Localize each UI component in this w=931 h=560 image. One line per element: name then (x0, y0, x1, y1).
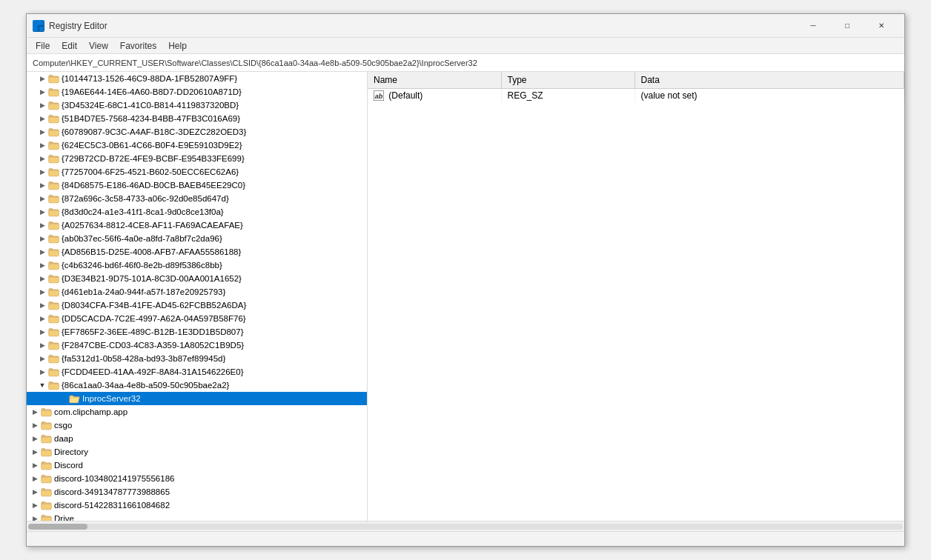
expand-arrow: ▶ (30, 512, 40, 521)
expand-arrow: ▶ (37, 85, 47, 99)
menu-favorites[interactable]: Favorites (114, 39, 162, 53)
menu-view[interactable]: View (83, 39, 114, 53)
tree-item[interactable]: ▶ {77257004-6F25-4521-B602-50ECC6EC62A6} (27, 165, 367, 179)
tree-label: {84D68575-E186-46AD-B0CB-BAEB45EE29C0} (62, 181, 245, 190)
expand-arrow: ▶ (37, 165, 47, 179)
tree-label: {872a696c-3c58-4733-a06c-92d0e85d647d} (62, 194, 229, 203)
tree-label: csgo (54, 421, 72, 430)
close-button[interactable]: ✕ (864, 14, 898, 38)
tree-item[interactable]: ▶ {872a696c-3c58-4733-a06c-92d0e85d647d} (27, 192, 367, 205)
tree-item-expanded-parent[interactable]: ▼ {86ca1aa0-34aa-4e8b-a509-50c905bae2a2} (27, 379, 367, 392)
folder-icon (40, 513, 52, 521)
scrollbar-thumb[interactable] (28, 524, 87, 530)
tree-item[interactable]: ▶ {624EC5C3-0B61-4C66-B0F4-E9E59103D9E2} (27, 139, 367, 152)
column-name[interactable]: Name (368, 72, 501, 88)
expand-arrow: ▶ (37, 192, 47, 205)
tree-item[interactable]: ▶ {51B4D7E5-7568-4234-B4BB-47FB3C016A69} (27, 112, 367, 125)
folder-icon (40, 406, 52, 418)
tree-label: {10144713-1526-46C9-88DA-1FB52807A9FF} (62, 74, 237, 83)
folder-icon (40, 486, 52, 498)
tree-label: Discord (54, 461, 83, 470)
folder-icon (40, 419, 52, 431)
expand-arrow: ▶ (37, 179, 47, 192)
tree-item[interactable]: ▶ {FCDD4EED-41AA-492F-8A84-31A1546226E0} (27, 365, 367, 379)
folder-icon (47, 153, 59, 164)
tree-item[interactable]: ▶ {DD5CACDA-7C2E-4997-A62A-04A597B58F76} (27, 312, 367, 325)
tree-pane[interactable]: ▶ {10144713-1526-46C9-88DA-1FB52807A9FF}… (27, 72, 368, 521)
svg-rect-2 (33, 27, 38, 31)
tree-item[interactable]: ▶ {84D68575-E186-46AD-B0CB-BAEB45EE29C0} (27, 179, 367, 192)
tree-item[interactable]: ▶ {19A6E644-14E6-4A60-B8D7-DD20610A871D} (27, 85, 367, 99)
expand-arrow: ▶ (37, 72, 47, 85)
expand-arrow: ▶ (30, 499, 40, 512)
cell-type: REG_SZ (501, 88, 635, 102)
expand-arrow: ▶ (37, 272, 47, 285)
tree-item[interactable]: ▶ discord-514228311661084682 (27, 499, 367, 512)
address-path: Computer\HKEY_CURRENT_USER\Software\Clas… (33, 59, 477, 67)
folder-icon (47, 286, 59, 298)
expand-arrow: ▶ (37, 365, 47, 379)
tree-label: daap (54, 434, 73, 443)
folder-icon (47, 353, 59, 364)
tree-label: {19A6E644-14E6-4A60-B8D7-DD20610A871D} (62, 87, 242, 96)
folder-icon (47, 366, 59, 378)
tree-label: InprocServer32 (82, 394, 141, 403)
tree-item[interactable]: ▶ {729B72CD-B72E-4FE9-BCBF-E954B33FE699} (27, 152, 367, 165)
scrollbar-track[interactable] (28, 524, 903, 530)
column-type[interactable]: Type (501, 72, 635, 88)
tree-item[interactable]: ▶ {fa5312d1-0b58-428a-bd93-3b87ef89945d} (27, 352, 367, 365)
tree-label: discord-514228311661084682 (54, 501, 170, 510)
tree-item[interactable]: ▶ Drive (27, 512, 367, 521)
column-data[interactable]: Data (635, 72, 904, 88)
menu-edit[interactable]: Edit (56, 39, 83, 53)
tree-item[interactable]: ▶ discord-349134787773988865 (27, 485, 367, 499)
minimize-button[interactable]: ─ (796, 14, 830, 38)
svg-rect-0 (33, 21, 38, 25)
tree-item[interactable]: ▶ com.clipchamp.app (27, 405, 367, 419)
tree-label: {D3E34B21-9D75-101A-8C3D-00AA001A1652} (62, 274, 242, 283)
expand-arrow (58, 392, 68, 405)
tree-item[interactable]: ▶ {c4b63246-bd6f-46f0-8e2b-d89f5386c8bb} (27, 259, 367, 272)
tree-item[interactable]: ▶ csgo (27, 419, 367, 432)
expand-arrow: ▶ (37, 325, 47, 339)
data-pane: Name Type Data ab (Default) REG_SZ (valu… (368, 72, 904, 521)
tree-item[interactable]: ▶ {D8034CFA-F34B-41FE-AD45-62FCBB52A6DA} (27, 299, 367, 312)
app-icon (33, 20, 44, 32)
tree-item[interactable]: ▶ Discord (27, 459, 367, 472)
tree-item[interactable]: ▶ {D3E34B21-9D75-101A-8C3D-00AA001A1652} (27, 272, 367, 285)
tree-item[interactable]: ▶ {F2847CBE-CD03-4C83-A359-1A8052C1B9D5} (27, 339, 367, 352)
tree-item[interactable]: ▶ {8d3d0c24-a1e3-41f1-8ca1-9d0c8ce13f0a} (27, 205, 367, 219)
menu-help[interactable]: Help (162, 39, 193, 53)
expand-arrow: ▶ (37, 299, 47, 312)
tree-item[interactable]: ▶ {AD856B15-D25E-4008-AFB7-AFAA55586188} (27, 245, 367, 259)
main-content: ▶ {10144713-1526-46C9-88DA-1FB52807A9FF}… (27, 72, 904, 521)
tree-item[interactable]: ▶ discord-1034802141975556186 (27, 472, 367, 485)
expand-arrow: ▶ (37, 205, 47, 219)
folder-icon (40, 433, 52, 444)
menu-file[interactable]: File (30, 39, 56, 53)
tree-item[interactable]: ▶ {A0257634-8812-4CE8-AF11-FA69ACAEAFAE} (27, 219, 367, 232)
expand-arrow: ▶ (37, 259, 47, 272)
expand-arrow: ▶ (37, 219, 47, 232)
tree-item-selected[interactable]: InprocServer32 (27, 392, 367, 405)
tree-item[interactable]: ▶ {10144713-1526-46C9-88DA-1FB52807A9FF} (27, 72, 367, 85)
maximize-button[interactable]: □ (830, 14, 864, 38)
tree-item[interactable]: ▶ {ab0b37ec-56f6-4a0e-a8fd-7a8bf7c2da96} (27, 232, 367, 245)
expand-arrow: ▶ (37, 112, 47, 125)
tree-label: {51B4D7E5-7568-4234-B4BB-47FB3C016A69} (62, 114, 240, 123)
folder-icon (47, 113, 59, 124)
tree-item[interactable]: ▶ {3D45324E-68C1-41C0-B814-4119837320BD} (27, 99, 367, 112)
tree-item[interactable]: ▶ daap (27, 432, 367, 445)
menubar: File Edit View Favorites Help (27, 38, 904, 54)
folder-icon (47, 273, 59, 284)
tree-item[interactable]: ▶ {EF7865F2-36EE-489C-B12B-1E3DD1B5D807} (27, 325, 367, 339)
folder-icon (47, 166, 59, 178)
tree-item[interactable]: ▶ {d461eb1a-24a0-944f-a57f-187e20925793} (27, 285, 367, 299)
horizontal-scrollbar[interactable] (27, 521, 904, 531)
tree-item-directory[interactable]: ▶ Directory (27, 445, 367, 459)
status-bar (27, 531, 904, 546)
cell-data: (value not set) (635, 88, 904, 102)
tree-item[interactable]: ▶ {60789087-9C3C-A4AF-B18C-3DEZC282OED3} (27, 125, 367, 139)
table-row[interactable]: ab (Default) REG_SZ (value not set) (368, 88, 904, 102)
tree-label: {FCDD4EED-41AA-492F-8A84-31A1546226E0} (62, 367, 243, 376)
